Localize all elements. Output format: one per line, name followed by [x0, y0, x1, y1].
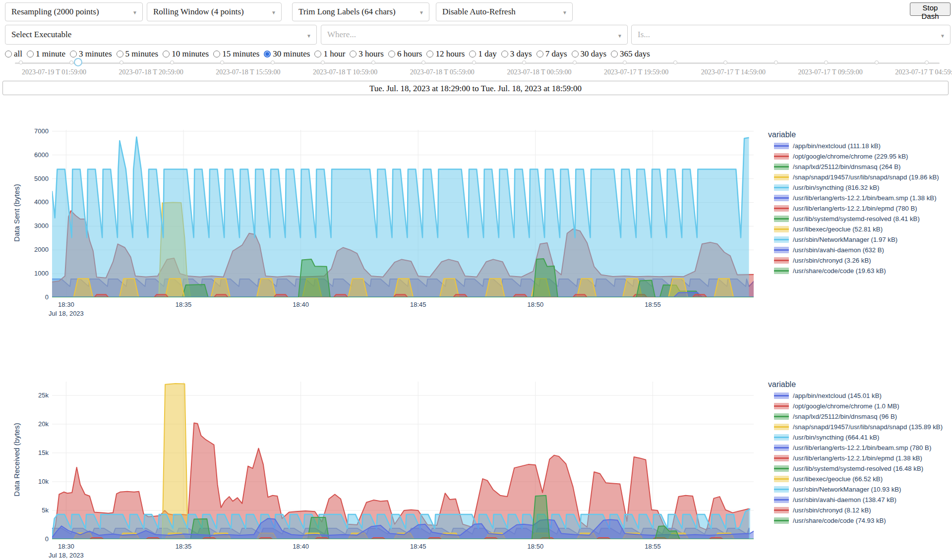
radio-button-icon[interactable] — [264, 51, 271, 57]
series-fill-/usr/bin/syncthing — [52, 137, 749, 297]
radio-button-icon[interactable] — [501, 51, 508, 57]
legend-item[interactable]: /usr/sbin/avahi-daemon (138.47 kB) — [768, 495, 952, 505]
legend-swatch-icon — [774, 486, 789, 493]
slider-mark — [119, 60, 123, 64]
trim-labels-dropdown[interactable]: Trim Long Labels (64 chars)▼ — [292, 2, 429, 21]
radio-label: 1 day — [478, 49, 496, 59]
resampling-dropdown[interactable]: Resampling (2000 points)▼ — [5, 2, 143, 21]
radio-1-hour[interactable]: 1 hour — [314, 49, 345, 59]
legend-data-received: variable /app/bin/nextcloud (145.01 kB)/… — [768, 380, 952, 526]
radio-label: 3 days — [510, 49, 532, 59]
slider-mark — [371, 60, 375, 64]
legend-item[interactable]: /usr/lib/systemd/systemd-resolved (8.41 … — [768, 214, 952, 224]
radio-6-hours[interactable]: 6 hours — [388, 49, 422, 59]
radio-button-icon[interactable] — [611, 51, 618, 57]
slider-mark — [472, 60, 476, 64]
legend-item[interactable]: /snap/snapd/19457/usr/lib/snapd/snapd (1… — [768, 172, 952, 183]
rolling-window-dropdown[interactable]: Rolling Window (4 points)▼ — [147, 2, 282, 21]
radio-button-icon[interactable] — [213, 51, 220, 57]
radio-button-icon[interactable] — [70, 51, 77, 57]
is-filter-dropdown[interactable]: Is... ▼ — [631, 25, 951, 45]
plot-area[interactable] — [52, 382, 754, 539]
radio-30-minutes[interactable]: 30 minutes — [264, 49, 310, 59]
radio-10-minutes[interactable]: 10 minutes — [163, 49, 209, 59]
legend-swatch-icon — [774, 517, 789, 524]
radio-all[interactable]: all — [5, 49, 22, 59]
radio-label: 10 minutes — [172, 49, 209, 59]
radio-label: 6 hours — [397, 49, 422, 59]
slider-track[interactable] — [15, 62, 940, 64]
radio-label: 1 minute — [36, 49, 65, 59]
radio-button-icon[interactable] — [572, 51, 579, 57]
radio-30-days[interactable]: 30 days — [572, 49, 606, 59]
legend-item[interactable]: /usr/share/code/code (19.63 kB) — [768, 266, 952, 277]
legend-item[interactable]: /usr/sbin/chronyd (8.12 kB) — [768, 505, 952, 516]
y-tick-label: 2000 — [28, 246, 49, 253]
radio-button-icon[interactable] — [388, 51, 395, 57]
radio-button-icon[interactable] — [163, 51, 170, 57]
radio-button-icon[interactable] — [469, 51, 476, 57]
radio-button-icon[interactable] — [117, 51, 123, 57]
radio-3-minutes[interactable]: 3 minutes — [70, 49, 112, 59]
legend-item[interactable]: /app/bin/nextcloud (145.01 kB) — [768, 391, 952, 401]
legend-item[interactable]: /usr/bin/syncthing (816.32 kB) — [768, 183, 952, 193]
radio-5-minutes[interactable]: 5 minutes — [117, 49, 159, 59]
radio-button-icon[interactable] — [536, 51, 543, 57]
radio-1-day[interactable]: 1 day — [469, 49, 496, 59]
legend-item[interactable]: /app/bin/nextcloud (111.18 kB) — [768, 141, 952, 152]
radio-button-icon[interactable] — [426, 51, 433, 57]
radio-button-icon[interactable] — [350, 51, 357, 57]
legend-item[interactable]: /opt/google/chrome/chrome (229.95 kB) — [768, 152, 952, 162]
legend-item[interactable]: /usr/libexec/geoclue (52.81 kB) — [768, 224, 952, 235]
radio-1-minute[interactable]: 1 minute — [27, 49, 65, 59]
auto-refresh-dropdown[interactable]: Disable Auto-Refresh▼ — [436, 2, 573, 21]
legend-item[interactable]: /usr/lib/erlang/erts-12.2.1/bin/beam.smp… — [768, 193, 952, 204]
legend-item[interactable]: /usr/lib/systemd/systemd-resolved (16.48… — [768, 464, 952, 474]
where-placeholder: Where... — [327, 30, 356, 40]
legend-item[interactable]: /snap/lxd/25112/bin/dnsmasq (96 B) — [768, 412, 952, 422]
legend-swatch-icon — [774, 465, 789, 472]
legend-item[interactable]: /usr/lib/erlang/erts-12.2.1/bin/epmd (1.… — [768, 453, 952, 464]
radio-3-days[interactable]: 3 days — [501, 49, 532, 59]
chevron-down-icon: ▼ — [617, 33, 622, 39]
radio-button-icon[interactable] — [5, 51, 12, 57]
radio-label: 30 days — [581, 49, 606, 59]
radio-7-days[interactable]: 7 days — [536, 49, 567, 59]
radio-12-hours[interactable]: 12 hours — [426, 49, 465, 59]
select-executable-dropdown[interactable]: Select Executable ▼ — [5, 25, 317, 45]
legend-item[interactable]: /usr/libexec/geoclue (66.52 kB) — [768, 474, 952, 485]
radio-15-minutes[interactable]: 15 minutes — [213, 49, 259, 59]
stop-dash-button[interactable]: Stop Dash — [910, 2, 951, 16]
legend-swatch-icon — [774, 247, 789, 253]
legend-item[interactable]: /snap/lxd/25112/bin/dnsmasq (264 B) — [768, 162, 952, 172]
legend-item[interactable]: /usr/sbin/NetworkManager (10.93 kB) — [768, 485, 952, 495]
legend-item[interactable]: /snap/snapd/19457/usr/lib/snapd/snapd (1… — [768, 422, 952, 433]
radio-button-icon[interactable] — [314, 51, 321, 57]
radio-label: 5 minutes — [125, 49, 159, 59]
slider-handle[interactable] — [74, 58, 82, 66]
radio-3-hours[interactable]: 3 hours — [350, 49, 384, 59]
plot-area[interactable] — [52, 130, 754, 297]
legend-item[interactable]: /opt/google/chrome/chrome (1.0 MB) — [768, 401, 952, 412]
legend-item[interactable]: /usr/bin/syncthing (664.41 kB) — [768, 433, 952, 443]
radio-button-icon[interactable] — [27, 51, 34, 57]
slider-mark — [573, 60, 577, 64]
legend-item[interactable]: /usr/sbin/chronyd (3.26 kB) — [768, 256, 952, 266]
legend-label: /usr/share/code/code (74.93 kB) — [793, 516, 886, 526]
y-tick-label: 6000 — [28, 151, 49, 159]
legend-label: /snap/snapd/19457/usr/lib/snapd/snapd (1… — [793, 172, 939, 182]
slider-mark — [19, 60, 23, 64]
legend-item[interactable]: /usr/share/code/code (74.93 kB) — [768, 516, 952, 526]
slider-mark — [925, 60, 929, 64]
radio-365-days[interactable]: 365 days — [611, 49, 650, 59]
legend-item[interactable]: /usr/sbin/avahi-daemon (632 B) — [768, 245, 952, 256]
y-tick-label: 0 — [28, 535, 49, 543]
legend-item[interactable]: /usr/lib/erlang/erts-12.2.1/bin/beam.smp… — [768, 443, 952, 453]
y-tick-label: 25k — [28, 392, 49, 399]
x-tick-label: 18:45 — [410, 543, 426, 550]
legend-item[interactable]: /usr/sbin/NetworkManager (1.97 kB) — [768, 235, 952, 245]
legend-swatch-icon — [774, 392, 789, 399]
legend-item[interactable]: /usr/lib/erlang/erts-12.2.1/bin/epmd (78… — [768, 204, 952, 214]
legend-label: /usr/libexec/geoclue (52.81 kB) — [793, 224, 883, 234]
where-filter-dropdown[interactable]: Where... ▼ — [321, 25, 628, 45]
